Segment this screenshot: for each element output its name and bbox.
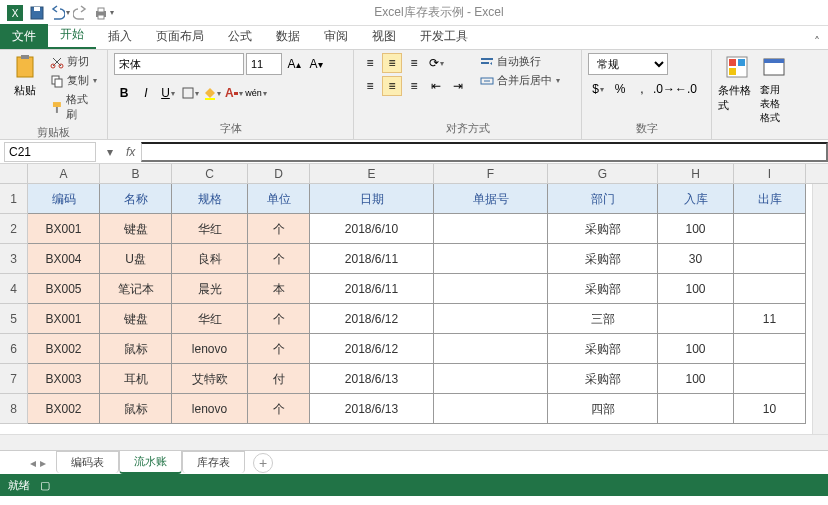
cell[interactable]: 采购部 <box>548 214 658 244</box>
decrease-decimal-icon[interactable]: ←.0 <box>676 79 696 99</box>
cell[interactable]: 规格 <box>172 184 248 214</box>
italic-button[interactable]: I <box>136 83 156 103</box>
sheet-tab-2[interactable]: 库存表 <box>182 451 245 473</box>
cell[interactable]: 晨光 <box>172 274 248 304</box>
currency-icon[interactable]: $▾ <box>588 79 608 99</box>
wrap-text-button[interactable]: 自动换行 <box>478 53 562 70</box>
format-painter-button[interactable]: 格式刷 <box>48 91 101 123</box>
cell[interactable]: 键盘 <box>100 214 172 244</box>
align-center-icon[interactable]: ≡ <box>382 76 402 96</box>
select-all-corner[interactable] <box>0 164 28 183</box>
cell[interactable]: BX004 <box>28 244 100 274</box>
cell[interactable]: 个 <box>248 394 310 424</box>
cell[interactable]: BX001 <box>28 304 100 334</box>
namebox-dropdown-icon[interactable]: ▾ <box>100 145 120 159</box>
tab-formulas[interactable]: 公式 <box>216 24 264 49</box>
copy-button[interactable]: 复制▾ <box>48 72 101 89</box>
cell[interactable]: BX003 <box>28 364 100 394</box>
tab-insert[interactable]: 插入 <box>96 24 144 49</box>
sheet-tab-0[interactable]: 编码表 <box>56 451 119 473</box>
align-middle-icon[interactable]: ≡ <box>382 53 402 73</box>
paste-button[interactable]: 粘贴 <box>6 53 44 98</box>
spreadsheet-grid[interactable]: ABCDEFGHI 1编码名称规格单位日期单据号部门入库出库2BX001键盘华红… <box>0 164 828 434</box>
cell[interactable]: 100 <box>658 364 734 394</box>
cell[interactable]: 出库 <box>734 184 806 214</box>
cell[interactable] <box>434 334 548 364</box>
orientation-icon[interactable]: ⟳▾ <box>426 53 446 73</box>
cell[interactable]: 采购部 <box>548 334 658 364</box>
cell[interactable]: 100 <box>658 274 734 304</box>
cell[interactable] <box>434 304 548 334</box>
cell[interactable]: 10 <box>734 394 806 424</box>
tab-view[interactable]: 视图 <box>360 24 408 49</box>
col-header-H[interactable]: H <box>658 164 734 183</box>
cell[interactable]: 单位 <box>248 184 310 214</box>
tab-developer[interactable]: 开发工具 <box>408 24 480 49</box>
cell[interactable]: 个 <box>248 244 310 274</box>
cell[interactable]: 三部 <box>548 304 658 334</box>
cell[interactable]: BX002 <box>28 334 100 364</box>
cell[interactable]: 11 <box>734 304 806 334</box>
cell[interactable]: 采购部 <box>548 244 658 274</box>
cell[interactable]: 2018/6/11 <box>310 244 434 274</box>
phonetic-button[interactable]: wén▾ <box>246 83 266 103</box>
cell[interactable]: 采购部 <box>548 364 658 394</box>
sheet-nav-first-icon[interactable]: ◂ <box>30 456 36 470</box>
cell[interactable]: 2018/6/12 <box>310 304 434 334</box>
quickprint-icon[interactable]: ▾ <box>92 2 114 24</box>
excel-icon[interactable]: X <box>4 2 26 24</box>
cell[interactable]: 2018/6/10 <box>310 214 434 244</box>
cell[interactable]: 笔记本 <box>100 274 172 304</box>
cell[interactable]: BX002 <box>28 394 100 424</box>
collapse-ribbon-icon[interactable]: ˄ <box>806 35 828 49</box>
cell[interactable]: 付 <box>248 364 310 394</box>
cell[interactable] <box>734 364 806 394</box>
horizontal-scrollbar[interactable] <box>0 434 828 450</box>
format-table-button[interactable]: 套用表格格式 <box>760 53 788 125</box>
fx-icon[interactable]: fx <box>120 145 141 159</box>
font-color-button[interactable]: A▾ <box>224 83 244 103</box>
col-header-D[interactable]: D <box>248 164 310 183</box>
save-icon[interactable] <box>26 2 48 24</box>
font-size-combo[interactable] <box>246 53 282 75</box>
cell[interactable] <box>434 214 548 244</box>
cell[interactable]: 个 <box>248 334 310 364</box>
cell[interactable]: 个 <box>248 214 310 244</box>
border-button[interactable]: ▾ <box>180 83 200 103</box>
cell[interactable] <box>434 244 548 274</box>
cell[interactable] <box>734 274 806 304</box>
cell[interactable] <box>658 304 734 334</box>
formula-bar[interactable] <box>141 142 828 162</box>
cell[interactable]: 本 <box>248 274 310 304</box>
row-header[interactable]: 4 <box>0 274 28 304</box>
sheet-tab-1[interactable]: 流水账 <box>119 450 182 474</box>
bold-button[interactable]: B <box>114 83 134 103</box>
cell[interactable]: 名称 <box>100 184 172 214</box>
cell[interactable]: 个 <box>248 304 310 334</box>
add-sheet-button[interactable]: + <box>253 453 273 473</box>
redo-icon[interactable] <box>70 2 92 24</box>
cell[interactable]: 2018/6/13 <box>310 394 434 424</box>
cell[interactable]: 四部 <box>548 394 658 424</box>
align-right-icon[interactable]: ≡ <box>404 76 424 96</box>
percent-icon[interactable]: % <box>610 79 630 99</box>
cell[interactable]: 键盘 <box>100 304 172 334</box>
cell[interactable]: 2018/6/12 <box>310 334 434 364</box>
vertical-scrollbar[interactable] <box>812 184 828 434</box>
cell[interactable]: 采购部 <box>548 274 658 304</box>
sheet-nav-last-icon[interactable]: ▸ <box>40 456 46 470</box>
cell[interactable]: BX001 <box>28 214 100 244</box>
row-header[interactable]: 2 <box>0 214 28 244</box>
cut-button[interactable]: 剪切 <box>48 53 101 70</box>
increase-decimal-icon[interactable]: .0→ <box>654 79 674 99</box>
decrease-font-icon[interactable]: A▾ <box>306 54 326 74</box>
cell[interactable]: 鼠标 <box>100 394 172 424</box>
cell[interactable] <box>734 334 806 364</box>
tab-file[interactable]: 文件 <box>0 24 48 49</box>
cell[interactable]: lenovo <box>172 394 248 424</box>
increase-font-icon[interactable]: A▴ <box>284 54 304 74</box>
col-header-G[interactable]: G <box>548 164 658 183</box>
cell[interactable]: 鼠标 <box>100 334 172 364</box>
col-header-C[interactable]: C <box>172 164 248 183</box>
tab-review[interactable]: 审阅 <box>312 24 360 49</box>
